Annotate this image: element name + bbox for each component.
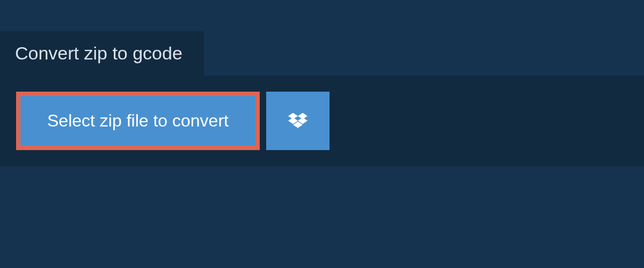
action-row: Select zip file to convert <box>0 76 644 166</box>
dropbox-icon <box>288 113 308 130</box>
page-title: Convert zip to gcode <box>15 43 182 64</box>
select-file-label: Select zip file to convert <box>47 111 229 131</box>
select-file-button[interactable]: Select zip file to convert <box>16 92 260 150</box>
tab-header: Convert zip to gcode <box>0 31 204 76</box>
dropbox-button[interactable] <box>266 92 330 150</box>
